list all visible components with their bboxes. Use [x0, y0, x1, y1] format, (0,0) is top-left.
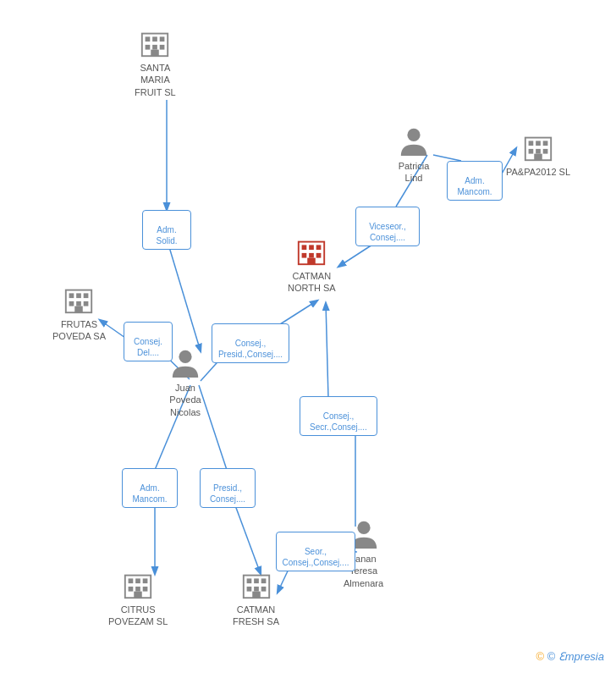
svg-rect-20 [152, 36, 157, 41]
svg-rect-44 [69, 293, 74, 298]
role-box-adm-mancom-juan: Adm. Mancom. [122, 468, 178, 508]
svg-line-14 [199, 385, 227, 470]
svg-rect-25 [151, 50, 160, 57]
svg-rect-30 [529, 149, 534, 154]
svg-rect-60 [134, 592, 142, 599]
diagram: SANTA MARIA FRUIT SL PA&PA2012 SL Patric… [0, 0, 616, 673]
role-box-viceseor-consej: Viceseor., Consej.... [355, 207, 420, 246]
svg-rect-55 [135, 578, 140, 583]
svg-rect-39 [302, 253, 307, 258]
node-santa-maria: SANTA MARIA FRUIT SL [135, 27, 176, 98]
svg-rect-54 [129, 578, 134, 583]
svg-rect-56 [143, 578, 148, 583]
node-juan-poveda: Juan Poveda Nicolas [169, 347, 201, 418]
svg-rect-33 [534, 154, 542, 161]
svg-rect-59 [143, 587, 148, 592]
svg-rect-19 [146, 36, 151, 41]
svg-rect-48 [77, 301, 82, 306]
role-box-seor-consej: Seor., Consej.,Consej.... [276, 532, 355, 571]
svg-line-2 [433, 155, 461, 161]
svg-rect-47 [69, 301, 74, 306]
svg-rect-57 [129, 587, 134, 592]
node-citrus-povezam: CITRUS POVEZAM SL [108, 569, 168, 628]
svg-rect-45 [77, 293, 82, 298]
role-box-consej-presid: Consej., Presid.,Consej.... [212, 323, 289, 363]
svg-rect-64 [261, 578, 266, 583]
svg-rect-36 [302, 245, 307, 250]
svg-line-15 [233, 499, 261, 574]
role-box-consej-secr: Consej., Secr.,Consej.... [300, 396, 377, 436]
svg-rect-24 [160, 45, 165, 50]
node-catman-fresh: CATMAN FRESH SA [233, 569, 279, 628]
svg-rect-40 [309, 253, 314, 258]
watermark: © © Ɛmpresia [536, 650, 604, 663]
svg-rect-38 [316, 245, 322, 250]
svg-rect-37 [309, 245, 314, 250]
svg-rect-29 [543, 141, 548, 146]
role-box-consej-del: Consej. Del.... [124, 322, 173, 361]
svg-rect-68 [252, 592, 261, 599]
svg-rect-42 [308, 258, 316, 265]
svg-rect-46 [84, 293, 89, 298]
svg-rect-66 [254, 587, 259, 592]
svg-rect-58 [135, 587, 140, 592]
svg-rect-31 [536, 149, 541, 154]
svg-rect-41 [316, 253, 322, 258]
role-box-adm-mancom-patricia: Adm. Mancom. [447, 161, 503, 201]
role-box-presid-consej: Presid., Consej.... [200, 468, 256, 508]
node-patricia-lind: Patricia Lind [398, 125, 430, 185]
svg-rect-22 [146, 45, 151, 50]
svg-rect-50 [75, 306, 84, 313]
svg-rect-65 [246, 587, 251, 592]
svg-point-52 [357, 521, 370, 534]
svg-rect-21 [160, 36, 165, 41]
svg-rect-28 [536, 141, 541, 146]
svg-rect-62 [246, 578, 251, 583]
svg-rect-32 [543, 149, 548, 154]
svg-rect-63 [254, 578, 259, 583]
svg-point-34 [407, 129, 420, 141]
svg-rect-49 [84, 301, 89, 306]
node-catman-north: CATMAN NORTH SA [288, 235, 336, 295]
node-frutas-poveda: FRUTAS POVEDA SA [52, 284, 106, 343]
svg-rect-27 [529, 141, 534, 146]
svg-point-51 [179, 350, 191, 363]
svg-rect-67 [261, 587, 266, 592]
svg-rect-23 [152, 45, 157, 50]
role-box-adm-solid: Adm. Solid. [142, 210, 191, 250]
node-pa-pa2012: PA&PA2012 SL [506, 131, 570, 178]
svg-line-11 [326, 303, 328, 398]
